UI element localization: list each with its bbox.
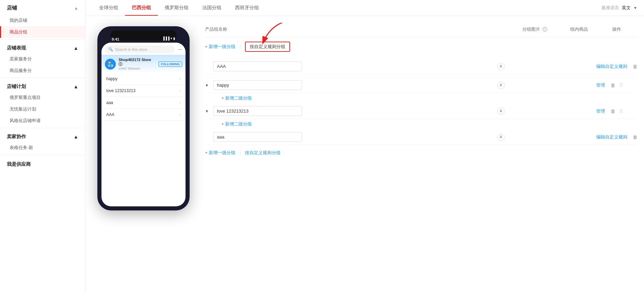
sidebar-item-russia-key[interactable]: 俄罗斯重点项目	[0, 92, 85, 103]
auto-translate-icon-love[interactable]: A	[497, 107, 505, 115]
delete-icon-AAA[interactable]: 🗑	[633, 64, 637, 69]
phone-menu-list: happy › love 123213213 › aaa › AAA	[101, 73, 186, 121]
delete-icon-love[interactable]: 🗑	[611, 108, 615, 114]
sidebar-item-product-service[interactable]: 商品服务分	[0, 65, 85, 76]
tab-brazil[interactable]: 巴西分组	[125, 0, 158, 16]
sidebar-section-store-title: 店铺	[7, 5, 17, 11]
phone-store-info: Shop402172 Store ⓘ 10897 followers	[119, 58, 156, 70]
add-second-level-btn-love[interactable]: + 新增二级分组	[221, 121, 252, 127]
sidebar-section-store: 店铺 ▲ 我的店铺 商品分组	[0, 0, 85, 38]
custom-rule-btn-bottom[interactable]: 按自定义规则分组	[245, 150, 280, 156]
sidebar-item-product-groups[interactable]: 商品分组	[0, 26, 85, 38]
tab-global[interactable]: 全球分组	[92, 0, 125, 16]
phone-menu-item-love[interactable]: love 123213213 ›	[101, 85, 186, 97]
sidebar-section-store-chevron: ▲	[74, 6, 78, 11]
main-area: 全球分组 巴西分组 俄罗斯分组 法国分组 西班牙分组 基准语言 英文 ▼ 9:4…	[85, 0, 644, 293]
language-selector: 基准语言 英文 ▼	[601, 5, 637, 11]
expand-icon-love[interactable]: ▼	[205, 109, 213, 113]
base-lang-label: 基准语言	[601, 5, 619, 11]
phone-mockup-container: 9:41 ▐▐▐ ▾ ▮ 🔍 Search in this store	[92, 23, 195, 286]
sidebar-item-table-task[interactable]: 表格任务-新	[0, 142, 85, 153]
phone-mockup: 9:41 ▐▐▐ ▾ ▮ 🔍 Search in this store	[97, 26, 190, 210]
sidebar-section-performance-header[interactable]: 店铺表现 ▲	[0, 41, 85, 53]
tab-france[interactable]: 法国分组	[195, 0, 228, 16]
sidebar-section-plan-header[interactable]: 店铺计划 ▲	[0, 79, 85, 92]
phone-store-header: 🏪 Shop402172 Store ⓘ 10897 followers FOL…	[101, 55, 186, 73]
sidebar-section-performance: 店铺表现 ▲ 卖家服务分 商品服务分	[0, 41, 85, 76]
delete-icon-aaa[interactable]: 🗑	[633, 134, 637, 140]
group-action-aaa: 编辑自定义规则 🗑 ⠿	[596, 134, 637, 140]
image-info-icon[interactable]: ⓘ	[543, 27, 547, 32]
top-action-bar: + 新增一级分组 | 按自定义规则分组	[205, 38, 637, 56]
sidebar-section-plan: 店铺计划 ▲ 俄罗斯重点项目 无忧集运计划 风格化店铺申请	[0, 79, 85, 127]
group-action-AAA: 编辑自定义规则 🗑 ⠿	[596, 63, 637, 70]
col-header-name: 产品组名称	[205, 26, 507, 32]
sub-action-happy: + 新增二级分组	[205, 93, 637, 103]
sidebar-section-store-header[interactable]: 店铺 ▲	[0, 0, 85, 15]
sidebar-section-collab-title: 卖家协作	[7, 134, 26, 140]
drag-icon-happy[interactable]: ⠿	[619, 83, 623, 88]
group-row-love-container: ▼ A 管理 🗑 ⠿ + 新增二级分组	[205, 103, 637, 129]
tab-spain[interactable]: 西班牙分组	[228, 0, 266, 16]
add-first-level-btn-top[interactable]: + 新增一级分组	[205, 44, 235, 50]
group-name-input-happy[interactable]	[213, 80, 302, 90]
group-name-input-love[interactable]	[213, 106, 302, 116]
delete-icon-happy[interactable]: 🗑	[611, 83, 615, 88]
edit-rule-link-aaa[interactable]: 编辑自定义规则	[596, 134, 627, 140]
bottom-action-bar: + 新增一级分组 | 按自定义规则分组	[205, 145, 637, 157]
lang-value[interactable]: 英文	[622, 5, 631, 11]
battery-icon: ▮	[173, 36, 175, 40]
col-header-action: 操作	[596, 26, 637, 32]
signal-icon: ▐▐▐	[162, 36, 169, 40]
auto-translate-icon-aaa[interactable]: A	[497, 133, 505, 141]
group-row-aaa: A 编辑自定义规则 🗑 ⠿	[205, 129, 637, 145]
sidebar-item-mystore[interactable]: 我的店铺	[0, 15, 85, 26]
phone-menu-item-happy[interactable]: happy ›	[101, 73, 186, 85]
manage-link-happy[interactable]: 管理	[596, 82, 605, 88]
phone-menu-label-aaa: aaa	[106, 100, 113, 105]
add-second-level-btn-happy[interactable]: + 新增二级分组	[221, 96, 252, 101]
group-input-wrap-love: A	[213, 106, 507, 116]
group-row-AAA: A 编辑自定义规则 🗑 ⠿	[205, 56, 637, 77]
phone-menu-chevron-happy: ›	[179, 76, 181, 81]
tab-russia[interactable]: 俄罗斯分组	[158, 0, 195, 16]
phone-more-icon[interactable]: ···	[178, 46, 182, 53]
sidebar-supplier[interactable]: 我是供应商	[0, 157, 85, 172]
auto-translate-icon-happy[interactable]: A	[497, 82, 505, 89]
group-name-input-aaa[interactable]	[213, 132, 302, 142]
right-panel: 产品组名称 分组图片 ⓘ 组内商品 操作 + 新增一级分组 | 按自定义规则分组	[205, 23, 637, 286]
phone-menu-item-AAA[interactable]: AAA ›	[101, 109, 186, 121]
phone-follow-button[interactable]: FOLLOWING	[159, 61, 182, 67]
group-input-wrap-aaa: A	[213, 132, 507, 142]
sidebar-item-style[interactable]: 风格化店铺申请	[0, 115, 85, 127]
sidebar-item-wuyou[interactable]: 无忧集运计划	[0, 103, 85, 115]
expand-icon-happy[interactable]: ▼	[205, 83, 213, 87]
group-row-happy-container: ▼ A 管理 🗑 ⠿ + 新增二级分组	[205, 77, 637, 103]
phone-menu-item-aaa[interactable]: aaa ›	[101, 97, 186, 109]
sidebar-section-collab-header[interactable]: 卖家协作 ▲	[0, 130, 85, 142]
table-header: 产品组名称 分组图片 ⓘ 组内商品 操作	[205, 23, 637, 38]
lang-chevron-icon[interactable]: ▼	[633, 6, 637, 10]
group-name-input-AAA[interactable]	[213, 61, 302, 71]
top-nav: 全球分组 巴西分组 俄罗斯分组 法国分组 西班牙分组 基准语言 英文 ▼	[85, 0, 644, 16]
sidebar-item-seller-service[interactable]: 卖家服务分	[0, 53, 85, 65]
col-header-image: 分组图片 ⓘ	[507, 26, 562, 32]
sidebar-section-performance-title: 店铺表现	[7, 45, 26, 51]
add-first-level-btn-bottom[interactable]: + 新增一级分组	[205, 150, 235, 156]
sidebar-section-performance-chevron: ▲	[73, 45, 78, 51]
phone-time: 9:41	[112, 37, 119, 41]
phone-search-placeholder: Search in this store	[115, 47, 147, 52]
wifi-icon: ▾	[170, 36, 172, 40]
phone-screen: 🔍 Search in this store ··· 🏪 Shop402172 …	[101, 43, 186, 206]
sidebar-section-plan-chevron: ▲	[73, 84, 78, 89]
action-bar-divider: |	[239, 44, 241, 49]
sidebar-section-collab-chevron: ▲	[73, 134, 78, 140]
custom-rule-btn-top[interactable]: 按自定义规则分组	[245, 42, 290, 52]
phone-status-icons: ▐▐▐ ▾ ▮	[162, 36, 175, 40]
phone-menu-chevron-aaa: ›	[179, 100, 181, 105]
edit-rule-link-AAA[interactable]: 编辑自定义规则	[596, 63, 627, 70]
drag-icon-love[interactable]: ⠿	[619, 108, 623, 114]
auto-translate-icon-AAA[interactable]: A	[497, 63, 505, 70]
manage-link-love[interactable]: 管理	[596, 108, 605, 114]
col-header-count: 组内商品	[562, 26, 596, 32]
